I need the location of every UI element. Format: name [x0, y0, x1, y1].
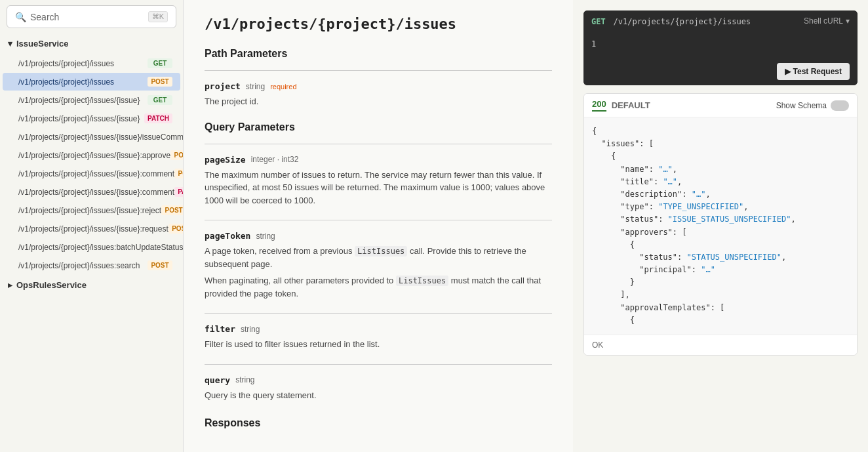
show-schema[interactable]: Show Schema — [776, 100, 849, 111]
line-number: 1 — [591, 39, 596, 49]
nav-item-path-6: /v1/projects/{project}/issues/{issue}:co… — [18, 169, 174, 178]
nav-item-path-1: /v1/projects/{project}/issues — [18, 77, 114, 87]
page-title: /v1/projects/{project}/issues — [205, 16, 552, 32]
chevron-down-icon: ▾ — [846, 16, 850, 26]
schema-toggle[interactable] — [831, 100, 849, 111]
show-schema-label: Show Schema — [776, 101, 827, 110]
method-badge-0: GET — [148, 58, 172, 68]
code-panel-header: GET /v1/projects/{project}/issues Shell … — [583, 10, 858, 31]
code-footer: ▶ Test Request — [583, 58, 858, 85]
nav-item-4[interactable]: /v1/projects/{project}/issues/{issue}/is… — [3, 128, 180, 146]
response-status: OK — [584, 335, 857, 355]
path-params-section: Path Parameters project string required … — [205, 48, 552, 108]
right-panel: GET /v1/projects/{project}/issues Shell … — [573, 0, 868, 452]
query-params-section: Query Parameters pageSize integer · int3… — [205, 121, 552, 402]
nav-item-7[interactable]: /v1/projects/{project}/issues/{issue}:co… — [3, 183, 180, 201]
param-query-desc: Query is the query statement. — [205, 389, 552, 402]
param-pagetoken-desc: A page token, received from a previous L… — [205, 245, 552, 270]
search-label: Search — [30, 12, 59, 22]
method-badge-5: POST — [170, 150, 183, 160]
nav-group-issueservice[interactable]: ▾ IssueService — [0, 33, 183, 54]
param-project-type: string — [246, 82, 265, 91]
param-project-name: project — [205, 81, 241, 91]
param-project-required: required — [270, 83, 296, 91]
nav-item-path-3: /v1/projects/{project}/issues/{issue} — [18, 114, 140, 123]
group-label: IssueService — [16, 39, 69, 49]
query-params-title: Query Parameters — [205, 121, 552, 133]
nav-item-path-4: /v1/projects/{project}/issues/{issue}/is… — [18, 133, 183, 142]
path-params-title: Path Parameters — [205, 48, 552, 60]
response-body: { "issues": [ { "name": "…", "title": "…… — [584, 117, 857, 335]
nav-item-8[interactable]: /v1/projects/{project}/issues/{issue}:re… — [3, 201, 180, 219]
param-pagetoken-header: pageToken string — [205, 231, 552, 241]
main-content: /v1/projects/{project}/issues Path Param… — [184, 0, 573, 452]
code-body: 1 — [583, 31, 858, 58]
nav-item-path-7: /v1/projects/{project}/issues/{issue}:co… — [18, 188, 174, 197]
test-request-button[interactable]: ▶ Test Request — [777, 63, 850, 80]
param-project: project string required The project id. — [205, 81, 552, 108]
method-badge-1: POST — [148, 77, 172, 87]
method-badge-11: POST — [148, 260, 172, 270]
response-codes: 200 DEFAULT — [592, 99, 650, 112]
param-filter-desc: Filter is used to filter issues returned… — [205, 338, 552, 351]
code-path: /v1/projects/{project}/issues — [614, 17, 751, 26]
divider-2 — [205, 144, 552, 144]
nav-item-path-11: /v1/projects/{project}/issues:search — [18, 261, 140, 270]
param-filter: filter string Filter is used to filter i… — [205, 324, 552, 351]
param-pagetoken-type: string — [256, 232, 275, 241]
method-badge-3: PATCH — [144, 113, 172, 123]
play-icon: ▶ — [785, 67, 791, 76]
method-badge-6: POST — [174, 169, 183, 178]
response-default: DEFAULT — [612, 100, 650, 110]
divider-1 — [205, 70, 552, 71]
nav-item-0[interactable]: /v1/projects/{project}/issues GET — [3, 54, 180, 72]
param-pagesize-name: pageSize — [205, 155, 246, 165]
nav-item-9[interactable]: /v1/projects/{project}/issues/{issue}:re… — [3, 220, 180, 237]
nav-item-10[interactable]: /v1/projects/{project}/issues:batchUpdat… — [3, 238, 180, 256]
code-panel: GET /v1/projects/{project}/issues Shell … — [583, 10, 858, 85]
nav-item-11[interactable]: /v1/projects/{project}/issues:search POS… — [3, 257, 180, 274]
code-method: GET — [591, 17, 606, 26]
nav-item-2[interactable]: /v1/projects/{project}/issues/{issue} GE… — [3, 91, 180, 109]
param-pagetoken-name: pageToken — [205, 231, 250, 241]
param-query: query string Query is the query statemen… — [205, 375, 552, 402]
nav-item-path-10: /v1/projects/{project}/issues:batchUpdat… — [18, 243, 183, 252]
nav-item-path-9: /v1/projects/{project}/issues/{issue}:re… — [18, 224, 168, 234]
language-selector[interactable]: Shell cURL ▾ — [804, 16, 850, 26]
search-icon: 🔍 — [15, 12, 26, 22]
divider-3 — [205, 220, 552, 220]
language-label: Shell cURL — [804, 16, 843, 26]
nav-item-3[interactable]: /v1/projects/{project}/issues/{issue} PA… — [3, 110, 180, 127]
nav-item-path-8: /v1/projects/{project}/issues/{issue}:re… — [18, 206, 161, 215]
method-badge-8: POST — [161, 205, 183, 215]
param-pagesize-header: pageSize integer · int32 — [205, 155, 552, 165]
chevron-right-icon: ▸ — [8, 280, 12, 290]
nav-item-path-5: /v1/projects/{project}/issues/{issue}:ap… — [18, 151, 170, 160]
nav-group-opsrulesservice[interactable]: ▸ OpsRulesService — [0, 275, 183, 295]
search-bar-left: 🔍 Search — [15, 12, 59, 22]
param-pagesize: pageSize integer · int32 The maximum num… — [205, 155, 552, 207]
response-header: 200 DEFAULT Show Schema — [584, 94, 857, 117]
divider-4 — [205, 313, 552, 314]
param-pagetoken: pageToken string A page token, received … — [205, 231, 552, 300]
divider-5 — [205, 364, 552, 365]
method-badge-7: PATCH — [174, 187, 183, 197]
param-filter-header: filter string — [205, 324, 552, 334]
bottom-group-label: OpsRulesService — [16, 280, 87, 290]
param-query-header: query string — [205, 375, 552, 385]
param-filter-name: filter — [205, 324, 235, 334]
nav-item-1[interactable]: /v1/projects/{project}/issues POST — [3, 73, 180, 91]
chevron-down-icon: ▾ — [8, 39, 12, 49]
nav-item-5[interactable]: /v1/projects/{project}/issues/{issue}:ap… — [3, 146, 180, 164]
response-code-200[interactable]: 200 — [592, 99, 606, 112]
param-pagetoken-note-code: ListIssues — [396, 276, 448, 286]
param-filter-type: string — [241, 325, 260, 334]
nav-item-6[interactable]: /v1/projects/{project}/issues/{issue}:co… — [3, 165, 180, 182]
method-badge-2: GET — [148, 95, 172, 105]
param-pagetoken-code: ListIssues — [355, 246, 407, 257]
search-bar[interactable]: 🔍 Search ⌘K — [7, 5, 176, 28]
responses-title: Responses — [205, 417, 552, 429]
param-project-header: project string required — [205, 81, 552, 91]
response-panel: 200 DEFAULT Show Schema { "issues": [ { … — [583, 93, 858, 356]
method-badge-9: POST — [168, 224, 183, 234]
